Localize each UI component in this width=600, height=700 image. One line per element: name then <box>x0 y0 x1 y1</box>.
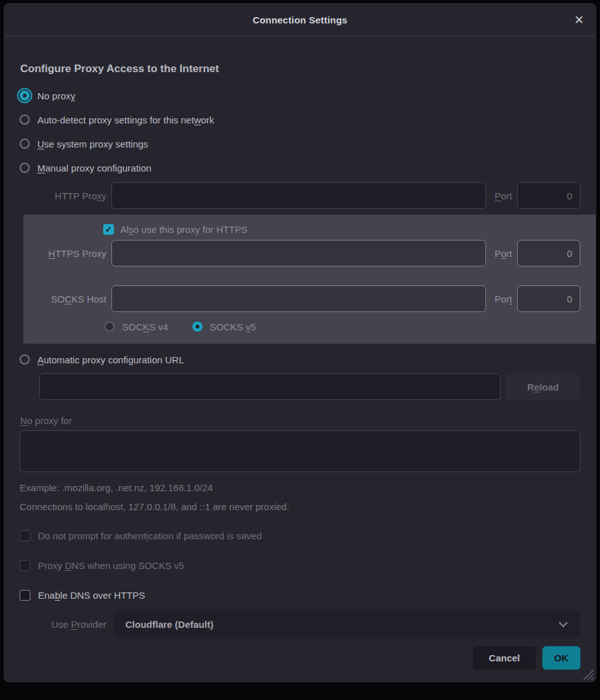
radio-row-manual-proxy: Manual proxy configuration <box>20 156 580 180</box>
reload-button[interactable]: Reload <box>506 373 580 400</box>
http-port-label: Port <box>491 191 512 201</box>
no-prompt-auth-label[interactable]: Do not prompt for authentication if pass… <box>38 530 262 541</box>
http-proxy-input[interactable] <box>111 182 486 209</box>
resize-grip-icon[interactable] <box>583 669 594 680</box>
close-icon[interactable]: ✕ <box>574 14 584 26</box>
auto-url-input[interactable] <box>39 373 501 400</box>
spacer <box>23 266 580 285</box>
cancel-button[interactable]: Cancel <box>473 646 535 670</box>
provider-selected-value: Cloudflare (Default) <box>125 619 213 630</box>
socks-v4-radio[interactable] <box>104 322 115 332</box>
proxy-dns-label[interactable]: Proxy DNS when using SOCKS v5 <box>38 560 184 571</box>
http-proxy-label: HTTP Proxy <box>20 191 106 201</box>
provider-label: Use Provider <box>20 619 106 630</box>
radio-row-auto-detect: Auto-detect proxy settings for this netw… <box>20 108 580 132</box>
radio-row-system-proxy: Use system proxy settings <box>20 132 580 156</box>
manual-proxy-label[interactable]: Manual proxy configuration <box>37 163 151 173</box>
proxy-dns-row: Proxy DNS when using SOCKS v5 <box>20 559 580 572</box>
https-proxy-label: HTTPS Proxy <box>23 248 106 259</box>
auto-detect-label[interactable]: Auto-detect proxy settings for this netw… <box>37 115 214 125</box>
proxy-dns-checkbox[interactable] <box>20 560 30 571</box>
https-port-label: Port <box>491 248 512 259</box>
chevron-down-icon <box>559 618 568 627</box>
https-proxy-input[interactable] <box>111 240 486 266</box>
socks-port-input[interactable] <box>517 285 580 312</box>
auto-detect-radio[interactable] <box>20 115 30 125</box>
no-proxy-for-label: No proxy for <box>20 415 580 426</box>
no-prompt-auth-row: Do not prompt for authentication if pass… <box>20 529 580 542</box>
use-proxy-for-https-label[interactable]: Also use this proxy for HTTPS <box>120 224 247 235</box>
doh-label[interactable]: Enable DNS over HTTPS <box>38 590 145 601</box>
no-prompt-auth-checkbox[interactable] <box>20 530 30 541</box>
socks-host-label: SOCKS Host <box>23 294 106 304</box>
manual-proxy-radio[interactable] <box>20 163 30 173</box>
socks-version-row: SOCKS v4 SOCKS v5 <box>104 320 580 334</box>
page-background: Connection Settings ✕ Configure Proxy Ac… <box>0 0 600 700</box>
https-port-input[interactable] <box>517 240 580 266</box>
socks-host-row: SOCKS Host Port <box>23 285 580 312</box>
dialog-title: Connection Settings <box>253 15 347 25</box>
http-port-input[interactable] <box>517 182 580 209</box>
no-proxy-label[interactable]: No proxy <box>37 91 75 101</box>
radio-row-auto-url: Automatic proxy configuration URL <box>20 347 580 372</box>
auto-url-radio[interactable] <box>20 354 30 365</box>
radio-row-no-proxy: No proxy <box>20 84 580 108</box>
socks-v5-radio[interactable] <box>192 322 203 332</box>
https-proxy-row: HTTPS Proxy Port <box>23 240 580 266</box>
socks-v4-label[interactable]: SOCKS v4 <box>122 322 168 332</box>
use-proxy-for-https-checkbox[interactable]: ✓ <box>103 224 114 235</box>
connection-settings-dialog: Connection Settings ✕ Configure Proxy Ac… <box>4 3 596 682</box>
checkmark-icon: ✓ <box>105 225 112 234</box>
highlighted-section: ✓ Also use this proxy for HTTPS HTTPS Pr… <box>23 215 596 344</box>
system-proxy-label[interactable]: Use system proxy settings <box>37 139 148 149</box>
no-proxy-for-textarea[interactable] <box>20 430 580 472</box>
provider-select[interactable]: Cloudflare (Default) <box>114 611 580 637</box>
dialog-footer: Cancel OK <box>20 646 580 670</box>
dialog-titlebar: Connection Settings ✕ <box>4 4 596 36</box>
http-proxy-row: HTTP Proxy Port <box>20 182 580 209</box>
doh-checkbox[interactable] <box>20 590 30 601</box>
system-proxy-radio[interactable] <box>20 139 30 149</box>
dialog-content: Configure Proxy Access to the Internet N… <box>4 36 596 670</box>
section-heading: Configure Proxy Access to the Internet <box>20 63 580 75</box>
doh-row: Enable DNS over HTTPS <box>20 589 580 601</box>
auto-url-label[interactable]: Automatic proxy configuration URL <box>37 354 184 365</box>
no-proxy-radio[interactable] <box>20 91 30 101</box>
socks-host-input[interactable] <box>111 285 486 312</box>
localhost-note-text: Connections to localhost, 127.0.0.1/8, a… <box>20 501 580 512</box>
auto-url-row: Reload <box>39 373 580 400</box>
socks-v5-label[interactable]: SOCKS v5 <box>210 322 256 332</box>
provider-row: Use Provider Cloudflare (Default) <box>20 611 580 637</box>
socks-port-label: Port <box>491 294 512 304</box>
no-proxy-example-text: Example: .mozilla.org, .net.nz, 192.168.… <box>20 482 580 493</box>
use-proxy-for-https-row: ✓ Also use this proxy for HTTPS <box>103 218 580 240</box>
ok-button[interactable]: OK <box>542 646 581 670</box>
